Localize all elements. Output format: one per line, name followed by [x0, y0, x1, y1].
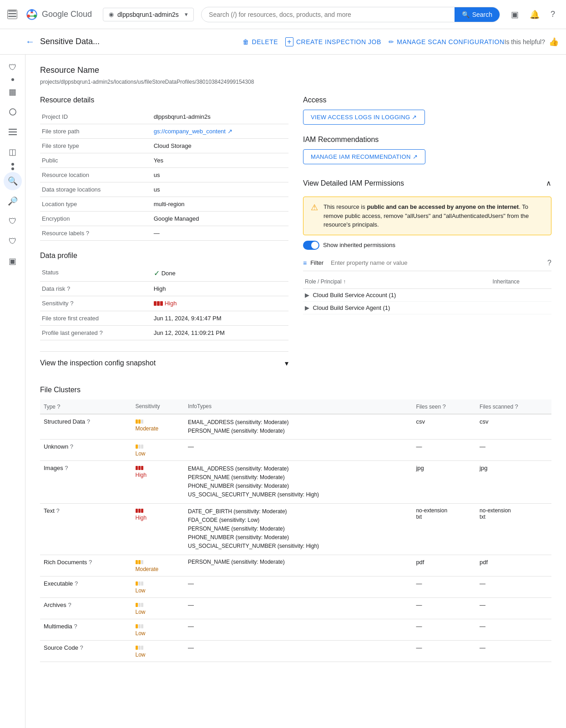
sort-up-icon[interactable]: ↑ — [343, 278, 346, 285]
iam-permissions-header[interactable]: View Detailed IAM Permissions ∧ — [303, 175, 551, 191]
high-sensitivity-bars — [154, 301, 163, 306]
data-profile-row-last-generated: Profile last generated ? Jun 12, 2024, 1… — [40, 325, 288, 340]
help-icon-sensitivity[interactable]: ? — [70, 300, 73, 307]
help-button[interactable]: ? — [547, 6, 559, 23]
value-sensitivity: High — [152, 296, 288, 311]
sidebar-item-shield3[interactable]: 🛡 — [4, 232, 22, 250]
inspection-snapshot-label: View the inspection config snapshot — [40, 359, 156, 367]
value-status: ✓ Done — [152, 265, 288, 282]
sidebar-item-search-active[interactable]: 🔍 — [4, 172, 22, 190]
search-button[interactable]: 🔍 Search — [455, 7, 500, 22]
filter-row: ≡ Filter ? — [303, 255, 551, 271]
toggle-row: Show inherited permissions — [303, 241, 551, 250]
sensitivity-images: High — [132, 460, 184, 503]
svg-rect-9 — [9, 131, 17, 132]
manage-iam-button[interactable]: MANAGE IAM RECOMMENDATION ↗ — [303, 149, 425, 164]
sidebar-item-circle[interactable] — [4, 103, 22, 121]
file-clusters-table: Type ? Sensitivity InfoTypes Files seen … — [40, 399, 551, 662]
resource-details-section: Resource details Project ID dlppsbqrun1-… — [40, 96, 288, 241]
images-help-icon[interactable]: ? — [65, 465, 68, 471]
table-row: ▶ Cloud Build Service Account (1) — [303, 288, 551, 301]
label-status: Status — [40, 265, 152, 282]
sidebar-item-shield[interactable]: 🛡 — [4, 58, 22, 76]
back-button[interactable]: ← — [25, 36, 35, 47]
structured-data-help-icon[interactable]: ? — [87, 418, 90, 425]
data-profile-table: Status ✓ Done Data risk ? — [40, 265, 288, 340]
delete-button[interactable]: 🗑 DELETE — [243, 38, 278, 46]
type-multimedia: Multimedia ? — [40, 619, 132, 640]
filter-help-icon[interactable]: ? — [547, 259, 551, 267]
sidebar-dot-2 — [11, 163, 14, 166]
sensitivity-structured-data: Moderate — [132, 414, 184, 440]
project-icon: ◉ — [109, 11, 114, 18]
type-help-icon[interactable]: ? — [57, 403, 60, 410]
infotypes-archives: — — [184, 597, 412, 619]
inspection-snapshot-toggle[interactable]: View the inspection config snapshot ▾ — [40, 359, 288, 368]
multimedia-help-icon[interactable]: ? — [74, 623, 77, 630]
resource-detail-row-project-id: Project ID dlppsbqrun1-admin2s — [40, 110, 288, 124]
sidebar-item-search2[interactable]: 🔎 — [4, 192, 22, 210]
done-check-icon: ✓ — [154, 269, 160, 278]
sidebar-item-dashboard[interactable]: ▦ — [4, 83, 22, 101]
create-inspection-button[interactable]: + CREATE INSPECTION JOB — [285, 37, 381, 46]
thumbs-up-button[interactable]: 👍 — [549, 37, 559, 47]
pencil-icon: ✏ — [389, 38, 394, 46]
hamburger-menu[interactable] — [7, 10, 17, 19]
executable-help-icon[interactable]: ? — [75, 580, 78, 587]
delete-icon: 🗑 — [243, 38, 249, 46]
label-data-risk: Data risk ? — [40, 282, 152, 296]
terminal-button[interactable]: ▣ — [507, 6, 522, 23]
resource-detail-row-data-storage: Data storage locations us — [40, 182, 288, 197]
sidebar-item-shield2[interactable]: 🛡 — [4, 212, 22, 230]
help-icon-data-risk[interactable]: ? — [67, 285, 70, 292]
value-data-storage: us — [152, 182, 288, 197]
expand-arrow-icon-2[interactable]: ▶ — [305, 304, 309, 311]
warning-triangle-icon: ⚠ — [311, 202, 318, 229]
project-name: dlppsbqrun1-admin2s — [117, 11, 181, 18]
files-scanned-help-icon[interactable]: ? — [515, 403, 518, 410]
archives-help-icon[interactable]: ? — [68, 602, 71, 608]
sidebar-item-apps[interactable]: ◫ — [4, 143, 22, 161]
svg-point-7 — [10, 109, 16, 115]
filter-input[interactable] — [331, 259, 544, 266]
sidebar-item-list[interactable] — [4, 123, 22, 141]
infotypes-text: DATE_OF_BIRTH (sensitivity: Moderate) FD… — [184, 503, 412, 555]
files-seen-help-icon[interactable]: ? — [442, 403, 445, 410]
help-icon-labels[interactable]: ? — [86, 230, 89, 237]
source-code-help-icon[interactable]: ? — [80, 644, 83, 651]
label-public: Public — [40, 153, 152, 168]
help-icon-last-generated[interactable]: ? — [99, 329, 102, 336]
infotypes-unknown: — — [184, 439, 412, 460]
infotypes-executable: — — [184, 576, 412, 597]
search-input[interactable] — [209, 11, 451, 18]
access-section: Access VIEW ACCESS LOGS IN LOGGING ↗ — [303, 96, 551, 125]
sensitivity-text: High — [132, 503, 184, 555]
files-scanned-structured-data: csv — [476, 414, 551, 440]
notification-button[interactable]: 🔔 — [526, 6, 543, 23]
inherited-permissions-toggle[interactable] — [303, 241, 319, 250]
table-row: ▶ Cloud Build Service Agent (1) — [303, 301, 551, 314]
collapse-arrow-icon: ▾ — [285, 359, 288, 368]
manage-scan-button[interactable]: ✏ MANAGE SCAN CONFIGURATION — [389, 38, 505, 46]
toggle-knob — [311, 242, 318, 249]
unknown-help-icon[interactable]: ? — [70, 443, 73, 450]
rich-docs-help-icon[interactable]: ? — [89, 559, 92, 566]
type-archives: Archives ? — [40, 597, 132, 619]
row-inheritance-1 — [491, 288, 551, 301]
sensitivity-multimedia: Low — [132, 619, 184, 640]
filter-label: Filter — [310, 259, 323, 266]
file-store-link[interactable]: gs://company_web_content ↗ — [154, 128, 232, 135]
status-badge: Done — [162, 270, 176, 277]
search-icon: 🔍 — [462, 11, 470, 18]
files-seen-unknown: — — [412, 439, 476, 460]
text-help-icon[interactable]: ? — [56, 507, 59, 514]
view-access-logs-button[interactable]: VIEW ACCESS LOGS IN LOGGING ↗ — [303, 110, 425, 125]
files-scanned-source-code: — — [476, 640, 551, 662]
table-row: Rich Documents ? Moderate PERSON_NAME (s… — [40, 555, 551, 576]
sidebar-item-box[interactable]: ▣ — [4, 252, 22, 270]
expand-arrow-icon-1[interactable]: ▶ — [305, 292, 309, 298]
iam-recommendations-title: IAM Recommendations — [303, 136, 551, 144]
label-first-created: File store first created — [40, 311, 152, 325]
project-selector[interactable]: ◉ dlppsbqrun1-admin2s ▾ — [103, 8, 194, 21]
main-layout: 🛡 ▦ ◫ 🔍 🔎 🛡 🛡 ▣ Resource Name projects/d… — [0, 55, 566, 728]
